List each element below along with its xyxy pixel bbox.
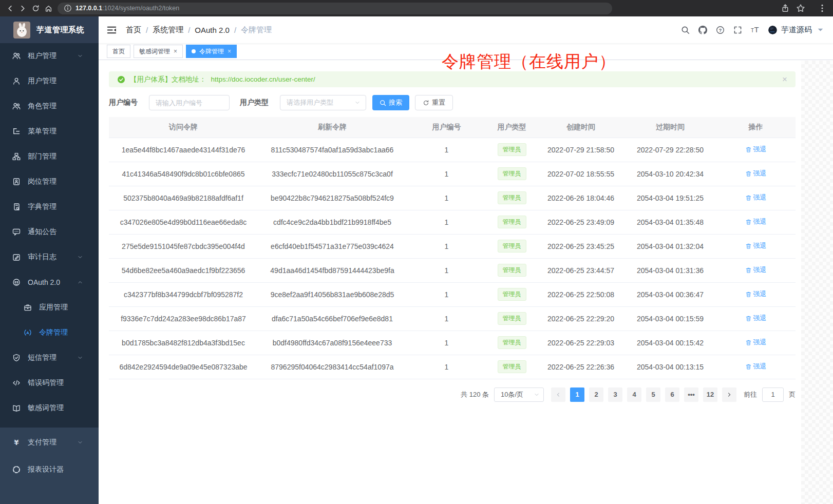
page-size-select[interactable]: 10条/页	[494, 387, 544, 402]
share-icon[interactable]	[781, 4, 790, 13]
user-type-cell: 管理员	[486, 306, 537, 331]
tab-label: 敏感词管理	[139, 47, 170, 56]
edit-icon	[12, 253, 21, 261]
chevron-down-icon	[77, 254, 83, 260]
force-logout-button[interactable]: 强退	[745, 217, 767, 226]
next-page-button[interactable]	[722, 387, 736, 402]
site-info-icon[interactable]	[64, 4, 72, 12]
reload-icon[interactable]	[32, 5, 40, 12]
sidebar-item[interactable]: 用户管理	[0, 68, 99, 93]
sidebar-item-label: 敏感词管理	[28, 403, 64, 413]
force-logout-button[interactable]: 强退	[745, 169, 767, 178]
page-button[interactable]: 3	[608, 387, 622, 402]
tab-active[interactable]: 令牌管理×	[186, 45, 237, 58]
search-icon	[380, 100, 386, 106]
bookmark-star-icon[interactable]	[796, 4, 805, 13]
user-id-input[interactable]	[149, 95, 230, 110]
github-icon[interactable]	[698, 26, 707, 34]
table-row: c347026e805e4d99b0d116eae66eda8ccdfc4ce9…	[109, 210, 796, 234]
expire-time-cell: 2054-03-04 00:36:47	[624, 282, 716, 306]
trash-icon	[745, 363, 752, 370]
sidebar-item-active[interactable]: A令牌管理	[0, 320, 99, 345]
sidebar-item[interactable]: 角色管理	[0, 93, 99, 119]
force-logout-button[interactable]: 强退	[745, 265, 767, 275]
force-logout-button[interactable]: 强退	[745, 145, 767, 154]
user-id-cell: 1	[407, 306, 486, 331]
back-icon[interactable]	[6, 5, 14, 12]
breadcrumb-item[interactable]: OAuth 2.0	[195, 26, 230, 34]
reset-button[interactable]: 重置	[415, 95, 453, 110]
user-type-cell: 管理员	[486, 355, 537, 379]
refresh-token-cell: dfa6c71a50a54c66bef706ef9e6e8d81	[258, 306, 407, 331]
search-icon[interactable]	[681, 26, 690, 34]
sidebar-item[interactable]: 报表设计器	[0, 456, 99, 483]
forward-icon[interactable]	[19, 5, 27, 12]
openbook-icon	[12, 404, 21, 412]
desktop-checker-texture	[801, 61, 833, 504]
chevron-down-icon	[77, 439, 83, 445]
sidebar-item[interactable]: 错误码管理	[0, 370, 99, 395]
sidebar-item[interactable]: 部门管理	[0, 144, 99, 169]
sidebar-item[interactable]: 菜单管理	[0, 119, 99, 144]
app-logo[interactable]: 芋道管理系统	[0, 16, 99, 43]
force-logout-button[interactable]: 强退	[745, 289, 767, 299]
sidebar-item[interactable]: 审计日志	[0, 244, 99, 269]
force-logout-button[interactable]: 强退	[745, 314, 767, 323]
force-logout-button[interactable]: 强退	[745, 193, 767, 202]
force-logout-button[interactable]: 强退	[745, 338, 767, 347]
doc-link[interactable]: https://doc.iocoder.cn/user-center/	[211, 75, 315, 83]
sidebar-item[interactable]: 岗位管理	[0, 169, 99, 194]
breadcrumb-item[interactable]: 首页	[126, 25, 141, 35]
tab-close-icon[interactable]: ×	[228, 48, 231, 54]
sidebar-item[interactable]: 通知公告	[0, 219, 99, 244]
url-path: :1024/system/oauth2/token	[102, 5, 179, 12]
force-logout-button[interactable]: 强退	[745, 362, 767, 371]
action-cell: 强退	[716, 331, 796, 355]
more-pages-button[interactable]: •••	[684, 387, 698, 402]
sidebar-item[interactable]: 应用管理	[0, 295, 99, 320]
table-row: 1ea5e44f8bc1467aaede43144f31de76811c5304…	[109, 138, 796, 162]
sidebar-item[interactable]: 敏感词管理	[0, 395, 99, 420]
user-type-cell: 管理员	[486, 258, 537, 282]
page-button[interactable]: 12	[703, 387, 717, 402]
prev-page-button[interactable]	[551, 387, 565, 402]
tab[interactable]: 首页	[107, 45, 130, 58]
table-row: 6d842e2924594de9a09e45e087323abe8796295f…	[109, 355, 796, 379]
trash-icon	[745, 267, 752, 274]
force-logout-button[interactable]: 强退	[745, 241, 767, 250]
sidebar-item[interactable]: 字典管理	[0, 194, 99, 219]
svg-text:T: T	[751, 28, 754, 33]
search-button[interactable]: 搜索	[372, 95, 409, 110]
user-id-cell: 1	[407, 138, 486, 162]
user-type-select[interactable]: 请选择用户类型	[280, 95, 366, 110]
sidebar-item[interactable]: ¥支付管理	[0, 429, 99, 456]
home-icon[interactable]	[45, 5, 52, 12]
help-icon[interactable]: ?	[716, 26, 725, 34]
fullscreen-icon[interactable]	[733, 26, 742, 34]
trash-icon	[745, 339, 752, 346]
sidebar-collapse-icon[interactable]	[107, 25, 117, 35]
success-check-icon	[117, 75, 125, 84]
sidebar-item[interactable]: 租户管理	[0, 43, 99, 68]
browser-menu-icon[interactable]	[818, 4, 827, 13]
sidebar-item[interactable]: 短信管理	[0, 345, 99, 370]
sidebar-item-label: 报表设计器	[28, 465, 64, 474]
sidebar-item[interactable]: OAuth 2.0	[0, 269, 99, 295]
page-button[interactable]: 4	[627, 387, 641, 402]
top-header: 首页/系统管理/OAuth 2.0/令牌管理 ? TT 芋道源码	[99, 16, 833, 43]
alert-close-icon[interactable]: ×	[782, 75, 787, 84]
page-button-active[interactable]: 1	[570, 387, 584, 402]
jump-page-input[interactable]	[762, 387, 784, 402]
address-bar[interactable]: 127.0.0.1:1024/system/oauth2/token	[58, 3, 612, 14]
breadcrumb-item: 令牌管理	[241, 25, 272, 35]
page-button[interactable]: 6	[665, 387, 679, 402]
page-button[interactable]: 2	[589, 387, 603, 402]
breadcrumb-separator: /	[234, 26, 236, 34]
breadcrumb-item[interactable]: 系统管理	[153, 25, 183, 35]
user-menu[interactable]: 芋道源码	[768, 25, 825, 35]
page-button[interactable]: 5	[646, 387, 660, 402]
tab[interactable]: 敏感词管理×	[134, 45, 183, 58]
font-size-icon[interactable]: TT	[751, 26, 760, 34]
tab-close-icon[interactable]: ×	[174, 48, 177, 54]
user-id-label: 用户编号	[109, 98, 138, 107]
